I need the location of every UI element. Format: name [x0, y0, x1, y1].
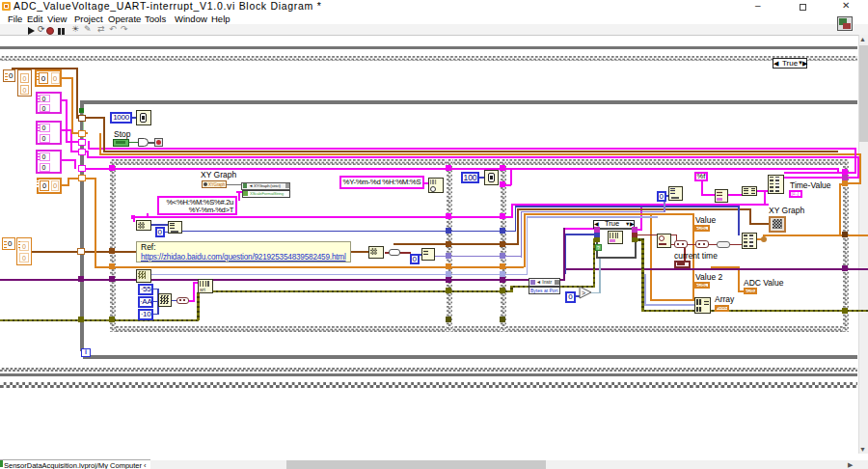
svg-text:>: >: [582, 290, 585, 296]
